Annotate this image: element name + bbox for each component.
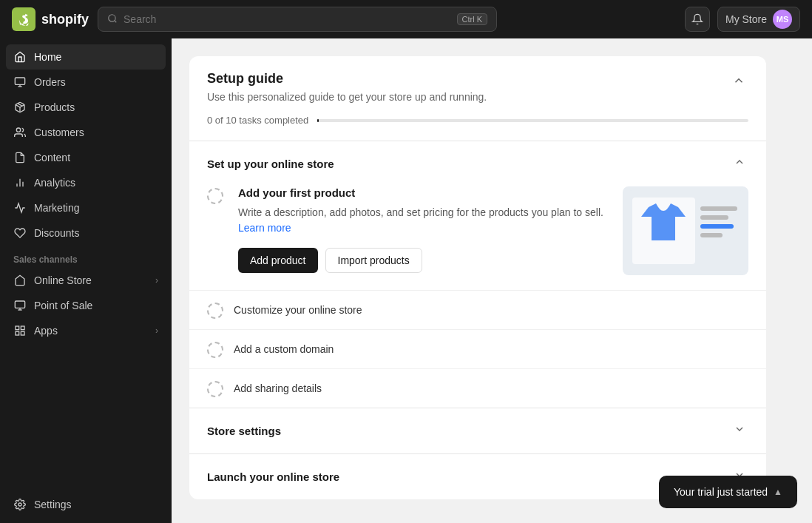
svg-rect-19: [700, 215, 728, 220]
trial-toast[interactable]: Your trial just started ▲: [659, 476, 797, 508]
task-title: Add sharing details: [234, 382, 322, 394]
logo[interactable]: shopify: [12, 7, 89, 31]
store-button[interactable]: My Store MS: [717, 7, 800, 32]
point-of-sale-icon: [13, 299, 27, 312]
task-checkbox: [207, 381, 223, 397]
home-icon: [13, 50, 27, 64]
notifications-button[interactable]: [685, 7, 710, 32]
progress-bar-fill: [317, 119, 319, 122]
svg-rect-18: [700, 206, 737, 211]
svg-rect-1: [15, 78, 24, 84]
sidebar-item-products[interactable]: Products: [6, 95, 166, 120]
top-navigation: shopify Ctrl K My Store MS: [0, 0, 812, 38]
settings-icon: [13, 498, 27, 511]
svg-rect-14: [16, 331, 19, 335]
sidebar-item-orders[interactable]: Orders: [6, 70, 166, 95]
search-bar[interactable]: Ctrl K: [98, 7, 497, 32]
task-checkbox: [207, 303, 223, 319]
svg-rect-8: [15, 301, 24, 308]
expand-store-settings-button[interactable]: [731, 420, 748, 442]
sidebar-item-marketing[interactable]: Marketing: [6, 195, 166, 220]
online-store-icon: [13, 274, 27, 287]
online-store-left: Online Store: [13, 274, 92, 287]
products-icon: [13, 101, 27, 114]
chevron-right-icon: ›: [155, 275, 158, 286]
sidebar-item-online-store[interactable]: Online Store ›: [6, 268, 166, 293]
task-title: Add a custom domain: [234, 343, 334, 355]
progress-text: 0 of 10 tasks completed: [207, 115, 308, 126]
sidebar-item-label: Online Store: [34, 274, 92, 286]
custom-domain-task[interactable]: Add a custom domain: [189, 329, 766, 368]
task-title: Add your first product: [238, 186, 608, 199]
sidebar: Home Orders Products Customers Content: [0, 38, 172, 523]
logo-text: shopify: [41, 12, 89, 27]
sidebar-bottom: Settings: [6, 486, 166, 517]
task-actions: Add product Import products: [238, 248, 608, 273]
content-icon: [13, 151, 27, 164]
customize-store-task[interactable]: Customize your online store: [189, 290, 766, 329]
sidebar-item-label: Customers: [34, 126, 84, 138]
chevron-up-icon: ▲: [774, 487, 782, 497]
svg-rect-12: [21, 326, 24, 330]
sidebar-item-customers[interactable]: Customers: [6, 120, 166, 145]
import-products-button[interactable]: Import products: [325, 248, 422, 273]
task-checkbox[interactable]: [207, 188, 223, 204]
apps-left: Apps: [13, 324, 58, 337]
collapse-setup-guide-button[interactable]: [729, 71, 748, 94]
sidebar-item-settings[interactable]: Settings: [6, 492, 166, 517]
svg-point-0: [109, 14, 115, 21]
sidebar-item-apps[interactable]: Apps ›: [6, 318, 166, 343]
sidebar-item-label: Settings: [34, 499, 72, 510]
main-content: Setup guide Use this personalized guide …: [172, 38, 812, 523]
setup-guide-subtitle: Use this personalized guide to get your …: [207, 91, 487, 103]
sidebar-item-point-of-sale[interactable]: Point of Sale: [6, 293, 166, 318]
progress-row: 0 of 10 tasks completed: [189, 115, 766, 141]
shopify-logo-icon: [12, 7, 35, 31]
search-icon: [107, 13, 118, 26]
sidebar-item-analytics[interactable]: Analytics: [6, 170, 166, 195]
product-illustration: [623, 186, 748, 275]
task-main: Add your first product Write a descripti…: [207, 186, 748, 275]
online-store-section-title: Set up your online store: [207, 158, 334, 170]
avatar: MS: [773, 10, 792, 29]
nav-right: My Store MS: [685, 7, 800, 32]
sidebar-item-label: Point of Sale: [34, 300, 92, 311]
sales-channels-label: Sales channels: [6, 246, 166, 268]
store-name: My Store: [725, 13, 767, 25]
discounts-icon: [13, 226, 27, 240]
task-title: Customize your online store: [234, 304, 362, 316]
svg-point-15: [18, 503, 21, 506]
sidebar-item-discounts[interactable]: Discounts: [6, 220, 166, 246]
search-input[interactable]: [124, 13, 451, 25]
sidebar-item-label: Marketing: [34, 202, 79, 214]
store-settings-section-header[interactable]: Store settings: [189, 408, 766, 453]
svg-rect-20: [700, 224, 734, 229]
svg-rect-21: [700, 233, 723, 237]
sidebar-item-home[interactable]: Home: [6, 44, 166, 70]
learn-more-link[interactable]: Learn more: [238, 222, 291, 234]
launch-title: Launch your online store: [207, 470, 339, 483]
sidebar-item-label: Apps: [34, 325, 58, 337]
sidebar-item-content[interactable]: Content: [6, 145, 166, 170]
sidebar-item-label: Home: [34, 51, 61, 63]
marketing-icon: [13, 201, 27, 215]
orders-icon: [13, 75, 27, 89]
svg-rect-13: [21, 331, 24, 335]
apps-icon: [13, 324, 27, 337]
analytics-icon: [13, 176, 27, 189]
online-store-section-header[interactable]: Set up your online store: [189, 141, 766, 186]
sidebar-item-label: Discounts: [34, 227, 79, 239]
add-product-task: Add your first product Write a descripti…: [189, 186, 766, 290]
customers-icon: [13, 126, 27, 139]
collapse-online-store-button[interactable]: [731, 153, 748, 175]
svg-point-4: [16, 128, 20, 132]
store-settings-title: Store settings: [207, 425, 281, 437]
setup-guide-header-text: Setup guide Use this personalized guide …: [207, 71, 487, 103]
add-product-button[interactable]: Add product: [238, 248, 318, 273]
sharing-details-task[interactable]: Add sharing details: [189, 368, 766, 408]
search-shortcut: Ctrl K: [457, 13, 488, 25]
main-layout: Home Orders Products Customers Content: [0, 38, 812, 523]
progress-bar-background: [317, 119, 748, 122]
setup-guide-card: Setup guide Use this personalized guide …: [189, 56, 766, 499]
sidebar-item-label: Orders: [34, 76, 66, 88]
